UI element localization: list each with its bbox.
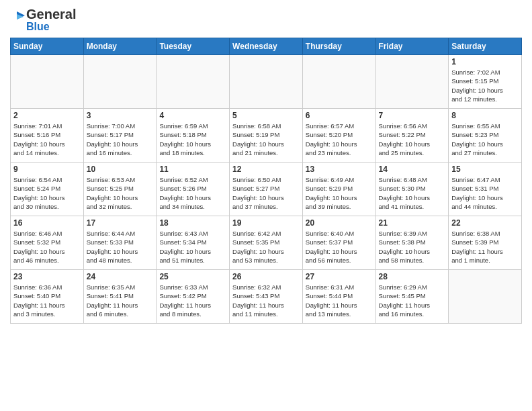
weekday-header-tuesday: Tuesday bbox=[157, 38, 230, 55]
day-cell-11: 11Sunrise: 6:52 AM Sunset: 5:26 PM Dayli… bbox=[157, 163, 230, 216]
day-cell-17: 17Sunrise: 6:44 AM Sunset: 5:33 PM Dayli… bbox=[83, 216, 157, 270]
empty-cell bbox=[157, 55, 230, 109]
day-info: Sunrise: 6:55 AM Sunset: 5:23 PM Dayligh… bbox=[451, 122, 519, 157]
day-number: 4 bbox=[159, 111, 226, 120]
day-cell-26: 26Sunrise: 6:32 AM Sunset: 5:43 PM Dayli… bbox=[230, 270, 303, 324]
empty-cell bbox=[230, 55, 303, 109]
day-cell-2: 2Sunrise: 7:01 AM Sunset: 5:16 PM Daylig… bbox=[11, 109, 84, 163]
day-cell-24: 24Sunrise: 6:35 AM Sunset: 5:41 PM Dayli… bbox=[83, 270, 157, 324]
day-info: Sunrise: 6:49 AM Sunset: 5:29 PM Dayligh… bbox=[306, 175, 373, 211]
day-cell-12: 12Sunrise: 6:50 AM Sunset: 5:27 PM Dayli… bbox=[230, 163, 303, 216]
day-number: 28 bbox=[379, 272, 446, 281]
empty-cell bbox=[375, 55, 449, 109]
day-cell-21: 21Sunrise: 6:39 AM Sunset: 5:38 PM Dayli… bbox=[375, 216, 449, 270]
day-info: Sunrise: 7:02 AM Sunset: 5:15 PM Dayligh… bbox=[451, 68, 519, 103]
day-info: Sunrise: 6:56 AM Sunset: 5:22 PM Dayligh… bbox=[379, 122, 446, 157]
day-info: Sunrise: 6:54 AM Sunset: 5:24 PM Dayligh… bbox=[13, 175, 81, 211]
day-cell-25: 25Sunrise: 6:33 AM Sunset: 5:42 PM Dayli… bbox=[157, 270, 230, 324]
day-number: 2 bbox=[13, 111, 81, 120]
day-info: Sunrise: 6:36 AM Sunset: 5:40 PM Dayligh… bbox=[13, 283, 81, 318]
day-cell-4: 4Sunrise: 6:59 AM Sunset: 5:18 PM Daylig… bbox=[157, 109, 230, 163]
day-cell-6: 6Sunrise: 6:57 AM Sunset: 5:20 PM Daylig… bbox=[302, 109, 375, 163]
day-info: Sunrise: 6:42 AM Sunset: 5:35 PM Dayligh… bbox=[232, 229, 300, 265]
day-number: 18 bbox=[159, 218, 226, 228]
day-cell-20: 20Sunrise: 6:40 AM Sunset: 5:37 PM Dayli… bbox=[302, 216, 375, 270]
empty-cell bbox=[83, 55, 157, 109]
day-cell-28: 28Sunrise: 6:29 AM Sunset: 5:45 PM Dayli… bbox=[375, 270, 449, 324]
week-row-1: 1Sunrise: 7:02 AM Sunset: 5:15 PM Daylig… bbox=[11, 55, 522, 109]
weekday-header-friday: Friday bbox=[375, 38, 449, 55]
day-info: Sunrise: 6:43 AM Sunset: 5:34 PM Dayligh… bbox=[159, 229, 226, 265]
day-number: 27 bbox=[306, 272, 373, 281]
day-number: 25 bbox=[159, 272, 226, 281]
calendar-table: SundayMondayTuesdayWednesdayThursdayFrid… bbox=[10, 38, 522, 324]
day-cell-16: 16Sunrise: 6:46 AM Sunset: 5:32 PM Dayli… bbox=[11, 216, 84, 270]
day-number: 14 bbox=[379, 165, 446, 174]
day-cell-18: 18Sunrise: 6:43 AM Sunset: 5:34 PM Dayli… bbox=[157, 216, 230, 270]
day-cell-19: 19Sunrise: 6:42 AM Sunset: 5:35 PM Dayli… bbox=[230, 216, 303, 270]
weekday-header-thursday: Thursday bbox=[302, 38, 375, 55]
day-number: 22 bbox=[451, 218, 519, 228]
header: General Blue bbox=[10, 7, 522, 32]
day-info: Sunrise: 6:57 AM Sunset: 5:20 PM Dayligh… bbox=[306, 122, 373, 157]
day-cell-7: 7Sunrise: 6:56 AM Sunset: 5:22 PM Daylig… bbox=[375, 109, 449, 163]
logo-bird-icon bbox=[10, 10, 25, 29]
day-cell-10: 10Sunrise: 6:53 AM Sunset: 5:25 PM Dayli… bbox=[83, 163, 157, 216]
day-number: 1 bbox=[451, 57, 519, 66]
day-number: 23 bbox=[13, 272, 81, 281]
week-row-5: 23Sunrise: 6:36 AM Sunset: 5:40 PM Dayli… bbox=[11, 270, 522, 324]
day-cell-23: 23Sunrise: 6:36 AM Sunset: 5:40 PM Dayli… bbox=[11, 270, 84, 324]
day-info: Sunrise: 7:00 AM Sunset: 5:17 PM Dayligh… bbox=[87, 122, 154, 157]
day-number: 10 bbox=[87, 165, 154, 174]
logo-blue-text: Blue bbox=[26, 21, 76, 32]
day-number: 24 bbox=[87, 272, 154, 281]
day-info: Sunrise: 6:50 AM Sunset: 5:27 PM Dayligh… bbox=[232, 175, 300, 211]
day-info: Sunrise: 6:59 AM Sunset: 5:18 PM Dayligh… bbox=[159, 122, 226, 157]
empty-cell bbox=[302, 55, 375, 109]
day-info: Sunrise: 6:48 AM Sunset: 5:30 PM Dayligh… bbox=[379, 175, 446, 211]
day-number: 3 bbox=[87, 111, 154, 120]
day-info: Sunrise: 7:01 AM Sunset: 5:16 PM Dayligh… bbox=[13, 122, 81, 157]
week-row-4: 16Sunrise: 6:46 AM Sunset: 5:32 PM Dayli… bbox=[11, 216, 522, 270]
day-cell-13: 13Sunrise: 6:49 AM Sunset: 5:29 PM Dayli… bbox=[302, 163, 375, 216]
day-info: Sunrise: 6:33 AM Sunset: 5:42 PM Dayligh… bbox=[159, 283, 226, 318]
day-cell-3: 3Sunrise: 7:00 AM Sunset: 5:17 PM Daylig… bbox=[83, 109, 157, 163]
logo-general-text: General bbox=[26, 7, 76, 21]
day-cell-15: 15Sunrise: 6:47 AM Sunset: 5:31 PM Dayli… bbox=[449, 163, 522, 216]
week-row-3: 9Sunrise: 6:54 AM Sunset: 5:24 PM Daylig… bbox=[11, 163, 522, 216]
week-row-2: 2Sunrise: 7:01 AM Sunset: 5:16 PM Daylig… bbox=[11, 109, 522, 163]
day-cell-1: 1Sunrise: 7:02 AM Sunset: 5:15 PM Daylig… bbox=[449, 55, 522, 109]
day-number: 13 bbox=[306, 165, 373, 174]
day-number: 17 bbox=[87, 218, 154, 228]
day-number: 20 bbox=[306, 218, 373, 228]
day-info: Sunrise: 6:38 AM Sunset: 5:39 PM Dayligh… bbox=[451, 229, 519, 265]
day-info: Sunrise: 6:39 AM Sunset: 5:38 PM Dayligh… bbox=[379, 229, 446, 265]
empty-cell bbox=[449, 270, 522, 324]
logo: General Blue bbox=[10, 7, 76, 32]
day-number: 9 bbox=[13, 165, 81, 174]
day-cell-22: 22Sunrise: 6:38 AM Sunset: 5:39 PM Dayli… bbox=[449, 216, 522, 270]
day-info: Sunrise: 6:58 AM Sunset: 5:19 PM Dayligh… bbox=[232, 122, 300, 157]
day-info: Sunrise: 6:31 AM Sunset: 5:44 PM Dayligh… bbox=[306, 283, 373, 318]
day-cell-14: 14Sunrise: 6:48 AM Sunset: 5:30 PM Dayli… bbox=[375, 163, 449, 216]
weekday-header-monday: Monday bbox=[83, 38, 157, 55]
day-info: Sunrise: 6:52 AM Sunset: 5:26 PM Dayligh… bbox=[159, 175, 226, 211]
weekday-header-saturday: Saturday bbox=[449, 38, 522, 55]
day-cell-9: 9Sunrise: 6:54 AM Sunset: 5:24 PM Daylig… bbox=[11, 163, 84, 216]
day-info: Sunrise: 6:29 AM Sunset: 5:45 PM Dayligh… bbox=[379, 283, 446, 318]
day-number: 12 bbox=[232, 165, 300, 174]
day-info: Sunrise: 6:35 AM Sunset: 5:41 PM Dayligh… bbox=[87, 283, 154, 318]
day-info: Sunrise: 6:40 AM Sunset: 5:37 PM Dayligh… bbox=[306, 229, 373, 265]
day-cell-8: 8Sunrise: 6:55 AM Sunset: 5:23 PM Daylig… bbox=[449, 109, 522, 163]
day-number: 11 bbox=[159, 165, 226, 174]
day-info: Sunrise: 6:32 AM Sunset: 5:43 PM Dayligh… bbox=[232, 283, 300, 318]
day-number: 7 bbox=[379, 111, 446, 120]
day-number: 26 bbox=[232, 272, 300, 281]
day-info: Sunrise: 6:44 AM Sunset: 5:33 PM Dayligh… bbox=[87, 229, 154, 265]
empty-cell bbox=[11, 55, 84, 109]
day-number: 19 bbox=[232, 218, 300, 228]
day-cell-27: 27Sunrise: 6:31 AM Sunset: 5:44 PM Dayli… bbox=[302, 270, 375, 324]
day-number: 21 bbox=[379, 218, 446, 228]
day-info: Sunrise: 6:46 AM Sunset: 5:32 PM Dayligh… bbox=[13, 229, 81, 265]
day-info: Sunrise: 6:53 AM Sunset: 5:25 PM Dayligh… bbox=[87, 175, 154, 211]
